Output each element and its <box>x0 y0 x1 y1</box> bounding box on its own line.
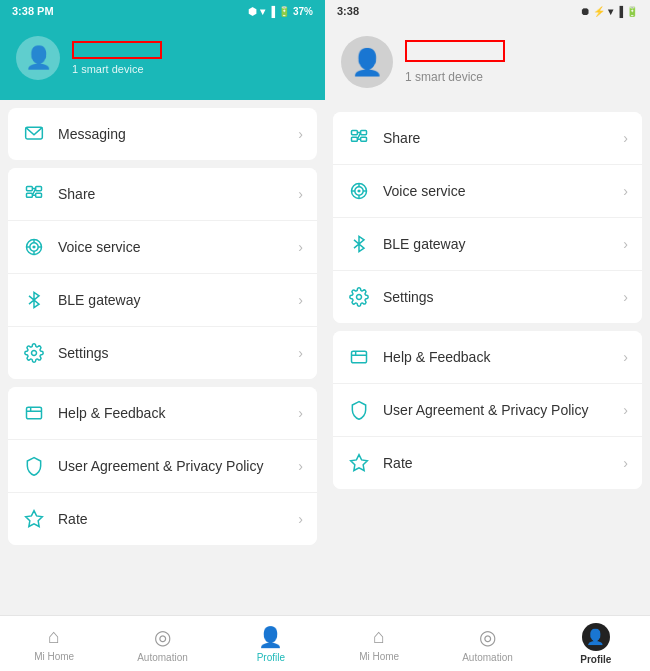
svg-marker-19 <box>26 511 43 527</box>
ble-chevron: › <box>298 292 303 308</box>
svg-rect-22 <box>361 131 367 135</box>
nav-profile-left[interactable]: 👤 Profile <box>217 616 325 671</box>
menu-item-voice[interactable]: Voice service › <box>8 221 317 274</box>
menu-item-help-right[interactable]: Help & Feedback › <box>333 331 642 384</box>
device-count-left: 1 smart device <box>72 63 162 75</box>
nav-automation-left[interactable]: ◎ Automation <box>108 616 216 671</box>
profile-header-right: 👤 1 smart device <box>325 22 650 104</box>
help-label-right: Help & Feedback <box>383 349 623 365</box>
rate-icon-right <box>347 451 371 475</box>
profile-icon-left: 👤 <box>258 625 283 649</box>
settings-chevron: › <box>298 345 303 361</box>
nav-automation-label-right: Automation <box>462 652 513 663</box>
nav-home-label-right: Mi Home <box>359 651 399 662</box>
rate-label-right: Rate <box>383 455 623 471</box>
ble-icon-right <box>347 232 371 256</box>
flash-icon: ⚡ <box>593 6 605 17</box>
agreement-label: User Agreement & Privacy Policy <box>58 458 298 474</box>
svg-marker-38 <box>351 455 368 471</box>
menu-item-settings-right[interactable]: Settings › <box>333 271 642 323</box>
agreement-label-right: User Agreement & Privacy Policy <box>383 402 623 418</box>
menu-item-share-right[interactable]: Share › <box>333 112 642 165</box>
nav-automation-right[interactable]: ◎ Automation <box>433 616 541 671</box>
menu-section-2-left: Share › Voice service › <box>8 168 317 379</box>
left-phone: 3:38 PM ⬢ ▾ ▐ 🔋 37% 👤 1 smart device <box>0 0 325 671</box>
signal-icon: ▐ <box>268 6 275 17</box>
settings-chevron-right: › <box>623 289 628 305</box>
menu-section-2-right: Help & Feedback › User Agreement & Priva… <box>333 331 642 489</box>
nav-profile-right[interactable]: 👤 Profile <box>542 616 650 671</box>
menu-item-agreement[interactable]: User Agreement & Privacy Policy › <box>8 440 317 493</box>
messaging-label: Messaging <box>58 126 298 142</box>
messaging-icon <box>22 122 46 146</box>
svg-rect-21 <box>352 137 358 141</box>
menu-section-3-left: Help & Feedback › User Agreement & Priva… <box>8 387 317 545</box>
ble-label-right: BLE gateway <box>383 236 623 252</box>
menu-item-help[interactable]: Help & Feedback › <box>8 387 317 440</box>
profile-circle-nav: 👤 <box>582 623 610 651</box>
wifi-right-icon: ▾ <box>608 6 613 17</box>
svg-rect-23 <box>361 137 367 141</box>
menu-item-agreement-right[interactable]: User Agreement & Privacy Policy › <box>333 384 642 437</box>
status-bar-left: 3:38 PM ⬢ ▾ ▐ 🔋 37% <box>0 0 325 22</box>
agreement-chevron-right: › <box>623 402 628 418</box>
svg-rect-16 <box>27 407 42 419</box>
wifi-icon: ▾ <box>260 6 265 17</box>
share-icon <box>22 182 46 206</box>
person-icon-left: 👤 <box>25 45 52 71</box>
share-label-right: Share <box>383 130 623 146</box>
help-icon-right <box>347 345 371 369</box>
person-icon-right: 👤 <box>351 47 383 78</box>
share-chevron: › <box>298 186 303 202</box>
svg-point-10 <box>33 246 35 248</box>
voice-label-right: Voice service <box>383 183 623 199</box>
username-redbox-left <box>72 41 162 59</box>
home-icon-left: ⌂ <box>48 625 60 648</box>
svg-point-28 <box>355 187 363 195</box>
voice-icon-right <box>347 179 371 203</box>
help-chevron-right: › <box>623 349 628 365</box>
nav-profile-label-left: Profile <box>257 652 285 663</box>
menu-item-ble[interactable]: BLE gateway › <box>8 274 317 327</box>
agreement-icon-right <box>347 398 371 422</box>
settings-icon <box>22 341 46 365</box>
bottom-nav-right: ⌂ Mi Home ◎ Automation 👤 Profile <box>325 615 650 671</box>
menu-item-voice-right[interactable]: Voice service › <box>333 165 642 218</box>
share-label: Share <box>58 186 298 202</box>
svg-point-15 <box>32 351 37 356</box>
rate-chevron-right: › <box>623 455 628 471</box>
ble-icon <box>22 288 46 312</box>
settings-label-right: Settings <box>383 289 623 305</box>
share-chevron-right: › <box>623 130 628 146</box>
menu-item-share[interactable]: Share › <box>8 168 317 221</box>
rate-label: Rate <box>58 511 298 527</box>
menu-item-ble-right[interactable]: BLE gateway › <box>333 218 642 271</box>
menu-item-messaging[interactable]: Messaging › <box>8 108 317 160</box>
menu-scroll-left: Messaging › Share <box>0 100 325 671</box>
ble-label: BLE gateway <box>58 292 298 308</box>
profile-info-right: 1 smart device <box>405 40 505 84</box>
menu-item-rate[interactable]: Rate › <box>8 493 317 545</box>
battery-icon: 🔋 <box>278 6 290 17</box>
status-bar-right: 3:38 ⏺ ⚡ ▾ ▐ 🔋 <box>325 0 650 22</box>
nav-mi-home-right[interactable]: ⌂ Mi Home <box>325 616 433 671</box>
settings-label: Settings <box>58 345 298 361</box>
help-chevron: › <box>298 405 303 421</box>
menu-item-rate-right[interactable]: Rate › <box>333 437 642 489</box>
ble-chevron-right: › <box>623 236 628 252</box>
device-count-right: 1 smart device <box>405 70 505 84</box>
menu-item-settings[interactable]: Settings › <box>8 327 317 379</box>
automation-icon-left: ◎ <box>154 625 171 649</box>
voice-icon <box>22 235 46 259</box>
svg-rect-35 <box>352 351 367 363</box>
svg-rect-2 <box>27 193 33 197</box>
nav-mi-home-left[interactable]: ⌂ Mi Home <box>0 616 108 671</box>
username-redbox-right <box>405 40 505 62</box>
bluetooth-icon: ⬢ <box>248 6 257 17</box>
battery-right-icon: 🔋 <box>626 6 638 17</box>
nav-profile-label-right: Profile <box>580 654 611 665</box>
help-icon <box>22 401 46 425</box>
agreement-icon <box>22 454 46 478</box>
voice-chevron: › <box>298 239 303 255</box>
voice-label: Voice service <box>58 239 298 255</box>
